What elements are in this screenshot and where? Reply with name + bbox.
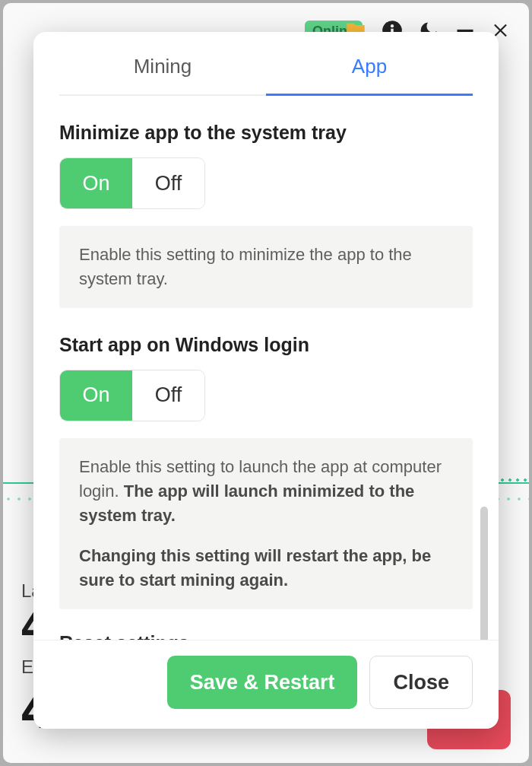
save-restart-button[interactable]: Save & Restart	[167, 656, 358, 709]
settings-tabs: Mining App	[33, 32, 499, 96]
close-button[interactable]: Close	[369, 656, 473, 709]
info-text-bold: The app will launch minimized to the sys…	[79, 482, 414, 525]
setting-title: Start app on Windows login	[59, 334, 473, 356]
settings-modal: Mining App Minimize app to the system tr…	[33, 32, 499, 729]
setting-description: Enable this setting to launch the app at…	[59, 438, 473, 609]
toggle-autostart: On Off	[59, 370, 205, 421]
reset-settings[interactable]: Reset settings	[59, 632, 473, 640]
scrollbar-thumb[interactable]	[480, 507, 488, 640]
svg-point-2	[391, 24, 394, 27]
tab-app[interactable]: App	[266, 55, 473, 96]
setting-description: Enable this setting to minimize the app …	[59, 226, 473, 308]
tab-mining[interactable]: Mining	[59, 55, 266, 96]
modal-footer: Save & Restart Close	[33, 640, 499, 729]
settings-body: Minimize app to the system tray On Off E…	[33, 96, 499, 640]
info-text-bold: Changing this setting will restart the a…	[79, 544, 453, 593]
toggle-off[interactable]: Off	[132, 370, 204, 421]
toggle-minimize-tray: On Off	[59, 157, 205, 209]
setting-title: Minimize app to the system tray	[59, 122, 473, 144]
toggle-on[interactable]: On	[60, 158, 132, 208]
toggle-off[interactable]: Off	[132, 158, 204, 208]
setting-minimize-tray: Minimize app to the system tray On Off E…	[59, 122, 473, 308]
toggle-on[interactable]: On	[60, 370, 132, 421]
setting-autostart: Start app on Windows login On Off Enable…	[59, 334, 473, 609]
